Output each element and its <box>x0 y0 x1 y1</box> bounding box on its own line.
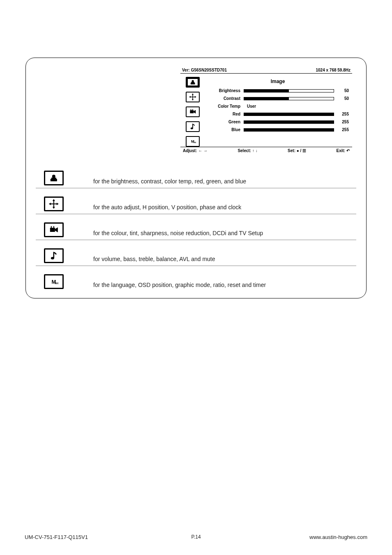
footer-center: P.14 <box>191 534 201 540</box>
label-green: Green <box>207 120 244 124</box>
legend-text: for the language, OSD position, graphic … <box>93 282 266 289</box>
slider-brightness[interactable] <box>244 89 334 92</box>
footer-left: UM-CV-751-F117-Q115V1 <box>25 534 88 540</box>
osd-resolution: 1024 x 768 59.8Hz <box>316 68 350 72</box>
slider-blue[interactable] <box>244 128 334 132</box>
label-colortemp: Color Temp <box>207 104 244 109</box>
video-icon[interactable] <box>186 106 200 117</box>
value-contrast: 50 <box>337 96 349 101</box>
slider-contrast[interactable] <box>244 97 334 100</box>
legend-row: for the auto adjust, H position, V posit… <box>36 188 356 214</box>
row-brightness[interactable]: Brightness 50 <box>207 88 349 93</box>
legend-text: for the brightness, contrast, color temp… <box>93 178 246 185</box>
footer-right: www.austin-hughes.com <box>309 534 367 540</box>
label-contrast: Contrast <box>207 96 244 101</box>
osd-header: Ver: G56SN20SSTD701 1024 x 768 59.8Hz <box>180 67 352 74</box>
footer-adjust: Adjust: ← → <box>183 148 208 153</box>
page-footer: UM-CV-751-F117-Q115V1 P.14 www.austin-hu… <box>25 534 367 540</box>
label-brightness: Brightness <box>207 88 244 93</box>
video-icon <box>44 222 64 237</box>
osd-version: Ver: G56SN20SSTD701 <box>182 68 227 72</box>
value-colortemp: User <box>244 104 256 109</box>
row-colortemp[interactable]: Color Temp User <box>207 104 349 109</box>
osd-title: Image <box>207 79 349 84</box>
legend-row: for the colour, tint, sharpness, noise r… <box>36 214 356 240</box>
legend-row: for volume, bass, treble, balance, AVL a… <box>36 240 356 266</box>
osd-footer: Adjust: ← → Select: ↑ ↓ Set: ● / ☰ Exit:… <box>180 147 352 154</box>
row-blue[interactable]: Blue 255 <box>207 127 349 132</box>
row-red[interactable]: Red 255 <box>207 112 349 116</box>
geometry-icon <box>44 197 64 211</box>
misc-icon <box>44 274 64 289</box>
slider-red[interactable] <box>244 113 334 116</box>
audio-icon[interactable] <box>186 121 200 132</box>
content-frame: Ver: G56SN20SSTD701 1024 x 768 59.8Hz Im… <box>25 58 367 298</box>
footer-exit: Exit: ↶ <box>337 148 350 153</box>
footer-select: Select: ↑ ↓ <box>238 148 257 153</box>
audio-icon <box>44 248 64 263</box>
footer-set: Set: ● / ☰ <box>288 148 306 153</box>
value-green: 255 <box>337 120 349 124</box>
legend-row: for the language, OSD position, graphic … <box>36 266 356 289</box>
osd-tab-strip <box>180 74 205 147</box>
geometry-icon[interactable] <box>186 92 200 102</box>
legend-text: for volume, bass, treble, balance, AVL a… <box>93 256 215 263</box>
image-icon <box>44 171 64 185</box>
legend-row: for the brightness, contrast, color temp… <box>36 162 356 188</box>
value-blue: 255 <box>337 127 349 132</box>
image-icon[interactable] <box>186 77 200 88</box>
row-green[interactable]: Green 255 <box>207 120 349 124</box>
legend-text: for the colour, tint, sharpness, noise r… <box>93 230 263 237</box>
legend-text: for the auto adjust, H position, V posit… <box>93 204 241 211</box>
osd-panel: Ver: G56SN20SSTD701 1024 x 768 59.8Hz Im… <box>180 67 352 154</box>
slider-green[interactable] <box>244 120 334 124</box>
legend-table: for the brightness, contrast, color temp… <box>36 162 356 289</box>
value-red: 255 <box>337 112 349 116</box>
label-blue: Blue <box>207 127 244 132</box>
value-brightness: 50 <box>337 88 349 93</box>
misc-icon[interactable] <box>186 136 200 147</box>
row-contrast[interactable]: Contrast 50 <box>207 96 349 101</box>
label-red: Red <box>207 112 244 116</box>
